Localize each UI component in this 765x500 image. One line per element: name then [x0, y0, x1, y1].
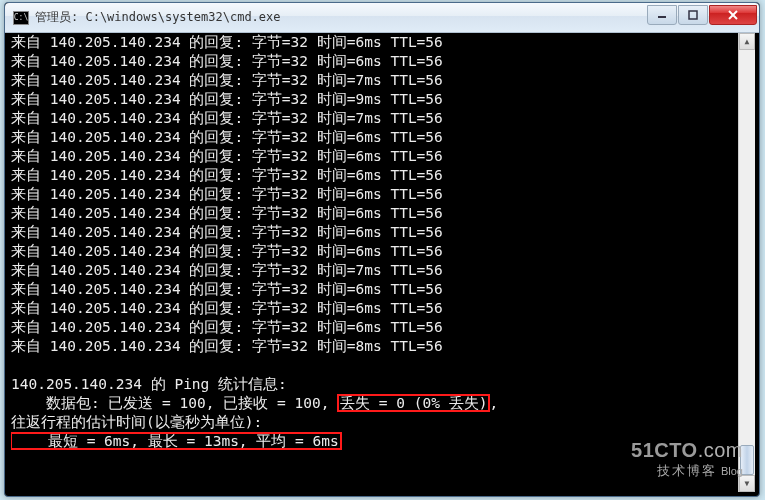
stats-packets: 数据包: 已发送 = 100, 已接收 = 100, 丢失 = 0 (0% 丢失… [11, 394, 737, 413]
ping-reply-line: 来自 140.205.140.234 的回复: 字节=32 时间=7ms TTL… [11, 109, 737, 128]
blank-line [11, 356, 737, 375]
ping-reply-line: 来自 140.205.140.234 的回复: 字节=32 时间=6ms TTL… [11, 242, 737, 261]
window-controls [646, 5, 757, 25]
cmd-window: C:\ 管理员: C:\windows\system32\cmd.exe 来自 … [4, 2, 760, 497]
window-title: 管理员: C:\windows\system32\cmd.exe [35, 9, 646, 26]
ping-reply-line: 来自 140.205.140.234 的回复: 字节=32 时间=6ms TTL… [11, 318, 737, 337]
scroll-up-button[interactable]: ▲ [739, 33, 755, 50]
scroll-down-button[interactable]: ▼ [739, 475, 755, 492]
vertical-scrollbar[interactable]: ▲ ▼ [738, 33, 755, 492]
ping-reply-line: 来自 140.205.140.234 的回复: 字节=32 时间=6ms TTL… [11, 204, 737, 223]
terminal: 来自 140.205.140.234 的回复: 字节=32 时间=6ms TTL… [9, 33, 755, 492]
cmd-icon: C:\ [13, 11, 29, 25]
svg-rect-1 [689, 11, 697, 19]
ping-reply-line: 来自 140.205.140.234 的回复: 字节=32 时间=7ms TTL… [11, 71, 737, 90]
ping-reply-line: 来自 140.205.140.234 的回复: 字节=32 时间=6ms TTL… [11, 166, 737, 185]
scroll-track[interactable] [739, 50, 755, 475]
stats-header: 140.205.140.234 的 Ping 统计信息: [11, 375, 737, 394]
stats-rtt-values: 最短 = 6ms, 最长 = 13ms, 平均 = 6ms [11, 432, 737, 451]
ping-reply-line: 来自 140.205.140.234 的回复: 字节=32 时间=9ms TTL… [11, 90, 737, 109]
ping-reply-line: 来自 140.205.140.234 的回复: 字节=32 时间=6ms TTL… [11, 223, 737, 242]
loss-highlight: 丢失 = 0 (0% 丢失) [338, 395, 489, 411]
ping-reply-line: 来自 140.205.140.234 的回复: 字节=32 时间=6ms TTL… [11, 128, 737, 147]
ping-reply-line: 来自 140.205.140.234 的回复: 字节=32 时间=8ms TTL… [11, 337, 737, 356]
ping-reply-line: 来自 140.205.140.234 的回复: 字节=32 时间=6ms TTL… [11, 280, 737, 299]
stats-rtt-label: 往返行程的估计时间(以毫秒为单位): [11, 413, 737, 432]
ping-reply-line: 来自 140.205.140.234 的回复: 字节=32 时间=6ms TTL… [11, 52, 737, 71]
ping-reply-line: 来自 140.205.140.234 的回复: 字节=32 时间=6ms TTL… [11, 299, 737, 318]
close-button[interactable] [709, 5, 757, 25]
rtt-highlight: 最短 = 6ms, 最长 = 13ms, 平均 = 6ms [11, 433, 341, 449]
ping-reply-line: 来自 140.205.140.234 的回复: 字节=32 时间=6ms TTL… [11, 147, 737, 166]
ping-reply-line: 来自 140.205.140.234 的回复: 字节=32 时间=6ms TTL… [11, 185, 737, 204]
terminal-output: 来自 140.205.140.234 的回复: 字节=32 时间=6ms TTL… [11, 33, 737, 492]
maximize-button[interactable] [678, 5, 708, 25]
minimize-button[interactable] [647, 5, 677, 25]
titlebar[interactable]: C:\ 管理员: C:\windows\system32\cmd.exe [5, 3, 759, 33]
ping-reply-line: 来自 140.205.140.234 的回复: 字节=32 时间=6ms TTL… [11, 33, 737, 52]
ping-reply-line: 来自 140.205.140.234 的回复: 字节=32 时间=7ms TTL… [11, 261, 737, 280]
scroll-thumb[interactable] [740, 445, 754, 475]
